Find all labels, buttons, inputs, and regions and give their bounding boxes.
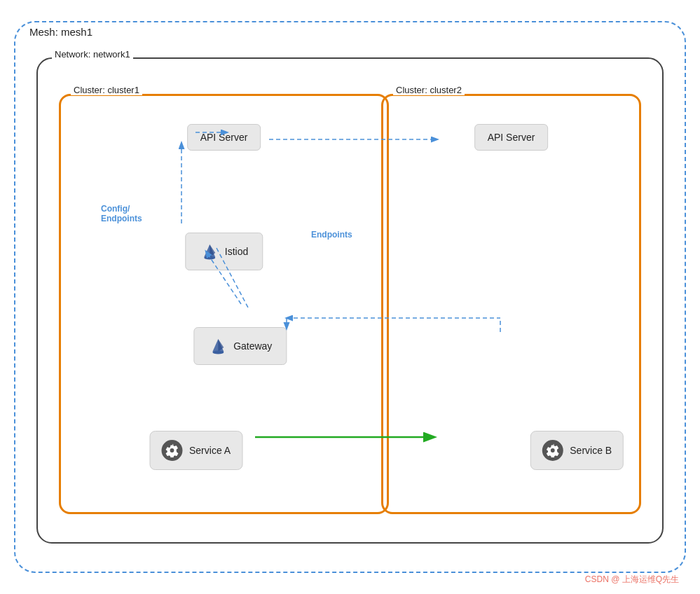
network-label: Network: network1: [52, 49, 133, 60]
service-b-icon: [542, 440, 563, 461]
istiod-sail-icon: [200, 242, 219, 261]
cluster1-label: Cluster: cluster1: [71, 85, 142, 95]
svg-point-2: [204, 256, 215, 260]
mesh-label: Mesh: mesh1: [29, 26, 92, 38]
service-b-box: Service B: [530, 431, 624, 470]
service-a-label: Service A: [189, 445, 231, 456]
gateway-box: Gateway: [193, 327, 287, 365]
service-a-icon: [161, 440, 182, 461]
cluster1-box: Cluster: cluster1 API Server: [59, 94, 389, 514]
api-server-2-label: API Server: [488, 132, 535, 143]
mesh-box: Mesh: mesh1 Network: network1 Cluster: c…: [14, 21, 686, 573]
diagram-container: Mesh: mesh1 Network: network1 Cluster: c…: [7, 7, 693, 587]
watermark-text: CSDN @ 上海运维Q先生: [585, 574, 679, 584]
api-server-1-box: API Server: [187, 124, 261, 151]
istiod-box: Istiod: [185, 233, 263, 270]
service-b-label: Service B: [570, 445, 612, 456]
cluster2-box: Cluster: cluster2 API Server Service B: [381, 94, 641, 514]
watermark: CSDN @ 上海运维Q先生: [585, 574, 679, 586]
gateway-sail-icon: [208, 336, 228, 356]
cluster2-label: Cluster: cluster2: [393, 85, 465, 95]
network-box: Network: network1 Cluster: cluster1 API …: [36, 57, 664, 544]
api-server-2-box: API Server: [474, 124, 549, 151]
service-a-box: Service A: [149, 431, 242, 470]
api-server-1-label: API Server: [200, 132, 248, 143]
svg-point-5: [212, 351, 224, 354]
gateway-label: Gateway: [233, 340, 272, 352]
istiod-label: Istiod: [225, 246, 248, 257]
